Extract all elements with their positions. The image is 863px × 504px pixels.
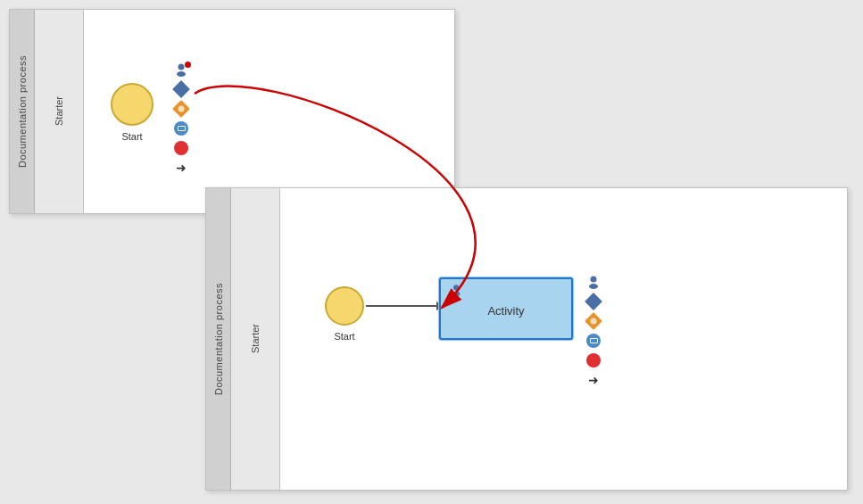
circle-red-icon-top[interactable]: [173, 140, 189, 156]
diamond-blue-icon-bottom[interactable]: [585, 293, 602, 310]
svg-point-1: [177, 71, 186, 77]
person-icon-bottom[interactable]: [585, 274, 602, 290]
start-node-bottom[interactable]: [325, 286, 364, 326]
swimlane-outer-label-top: Documentation process: [17, 55, 28, 168]
diamond-orange-icon-top[interactable]: [173, 101, 189, 117]
circle-blue-icon-bottom[interactable]: [585, 333, 602, 349]
circle-blue-icon-top[interactable]: [173, 120, 189, 136]
diamond-orange-icon-bottom[interactable]: [585, 313, 602, 329]
start-node-label-top: Start: [105, 131, 159, 142]
start-node-label-bottom: Start: [319, 331, 369, 342]
toolbar-top: ➜: [173, 62, 189, 176]
swimlane-inner-bottom: Starter: [231, 188, 280, 490]
diamond-blue-icon-top[interactable]: [173, 81, 189, 97]
svg-point-5: [589, 284, 598, 289]
swimlane-outer-label-bottom: Documentation process: [213, 283, 224, 395]
start-node-top[interactable]: [111, 83, 154, 126]
activity-node-bottom[interactable]: Activity: [439, 277, 573, 340]
arrow-right-icon-bottom[interactable]: ➜: [585, 372, 602, 388]
svg-point-0: [178, 64, 185, 70]
svg-point-4: [591, 277, 597, 283]
activity-person-badge: [450, 284, 462, 300]
svg-point-2: [453, 285, 459, 290]
circle-red-icon-bottom[interactable]: [585, 352, 602, 368]
toolbar-bottom: ➜: [585, 274, 602, 388]
diagram-top: Documentation process Starter Start: [9, 9, 455, 214]
swimlane-inner-label-bottom: Starter: [250, 324, 261, 353]
activity-label-bottom: Activity: [487, 304, 524, 318]
swimlane-outer-top: Documentation process: [10, 10, 35, 213]
arrow-right-icon-top[interactable]: ➜: [173, 160, 189, 176]
person-icon-top[interactable]: [173, 62, 189, 78]
canvas-top: Start: [84, 10, 454, 213]
swimlane-inner-top: Starter: [35, 10, 84, 213]
swimlane-inner-label-top: Starter: [54, 96, 64, 126]
diagram-bottom: Documentation process Starter Start Acti…: [205, 187, 848, 491]
canvas-bottom: Start Activity: [280, 188, 847, 490]
connector-line: [366, 305, 437, 307]
swimlane-outer-bottom: Documentation process: [206, 188, 231, 490]
svg-point-3: [452, 292, 461, 296]
